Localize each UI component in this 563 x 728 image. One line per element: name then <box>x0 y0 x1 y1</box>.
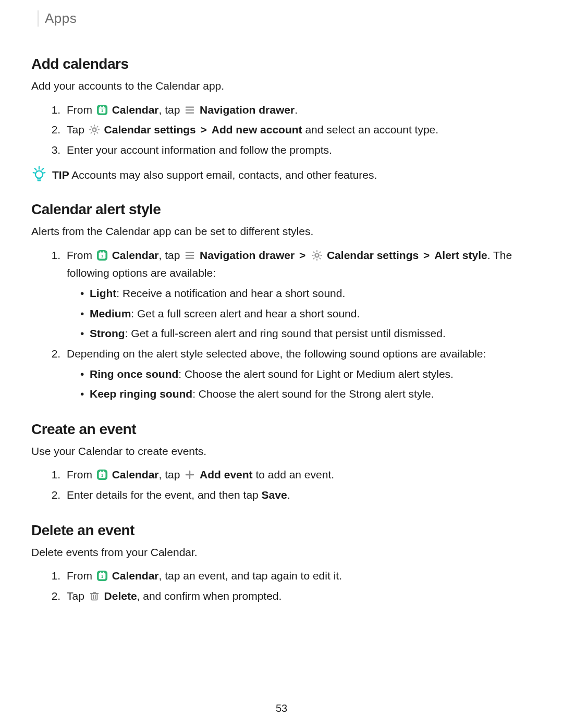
text: Tap <box>67 590 88 602</box>
text: From <box>67 468 95 480</box>
text: Strong <box>90 327 125 339</box>
alert-style-options: Light: Receive a notification and hear a… <box>67 285 532 343</box>
steps-add-calendars: From 1 Calendar, tap Navigation drawer. … <box>31 101 532 159</box>
svg-rect-30 <box>186 252 194 253</box>
svg-rect-40 <box>313 251 315 253</box>
svg-line-23 <box>35 168 36 170</box>
sound-options: Ring once sound: Choose the alert sound … <box>67 365 532 403</box>
heading-add-calendars: Add calendars <box>31 56 532 72</box>
text: . <box>287 489 290 501</box>
list-item: Ring once sound: Choose the alert sound … <box>80 365 532 384</box>
text: Calendar <box>112 468 159 480</box>
list-item: From 1 Calendar, tap Navigation drawer >… <box>64 246 532 343</box>
svg-rect-11 <box>94 133 95 135</box>
tip-block: TIP Accounts may also support email, con… <box>31 167 532 184</box>
heading-delete-event: Delete an event <box>31 522 532 539</box>
calendar-icon: 1 <box>96 104 108 116</box>
text: Navigation drawer <box>200 104 295 116</box>
svg-rect-28 <box>103 251 104 253</box>
intro-create-event: Use your Calendar to create events. <box>31 443 532 460</box>
intro-add-calendars: Add your accounts to the Calendar app. <box>31 78 532 95</box>
text: Alert style <box>434 249 487 261</box>
text: Tap <box>67 124 88 135</box>
svg-rect-8 <box>186 112 194 113</box>
svg-rect-38 <box>319 251 321 253</box>
svg-rect-15 <box>90 132 92 134</box>
svg-rect-4 <box>103 106 104 108</box>
svg-rect-49 <box>186 474 194 475</box>
text: From <box>67 104 95 116</box>
text: : Get a full screen alert and hear a sho… <box>131 307 360 319</box>
svg-text:1: 1 <box>101 108 103 113</box>
list-item: Strong: Get a full-screen alert and ring… <box>80 325 532 343</box>
text: to add an event. <box>253 468 334 480</box>
svg-text:1: 1 <box>101 574 103 579</box>
svg-rect-10 <box>94 125 95 127</box>
list-item: Enter details for the event, and then ta… <box>64 486 532 504</box>
text: Calendar <box>112 104 159 116</box>
text: Keep ringing sound <box>90 388 192 400</box>
text: , tap an event, and tap again to edit it… <box>159 570 342 582</box>
breadcrumb: Apps <box>38 10 532 27</box>
list-item: Medium: Get a full screen alert and hear… <box>80 305 532 323</box>
calendar-icon: 1 <box>96 469 108 480</box>
gear-icon <box>89 124 100 135</box>
svg-rect-45 <box>100 471 101 473</box>
document-page: Apps Add calendars Add your accounts to … <box>0 0 563 728</box>
text: Accounts may also support email, contact… <box>69 169 377 181</box>
text: and select an account type. <box>302 124 439 135</box>
chevron-icon: > <box>423 249 430 261</box>
svg-rect-34 <box>316 250 317 252</box>
svg-text:1: 1 <box>101 474 103 478</box>
svg-rect-46 <box>103 471 104 473</box>
lightbulb-tip-icon <box>31 166 47 182</box>
svg-rect-36 <box>312 255 314 256</box>
trash-icon <box>89 590 100 602</box>
text: Calendar settings <box>104 124 196 135</box>
list-item: From 1 Calendar, tap Add event to add an… <box>64 466 532 484</box>
text: . <box>295 104 298 116</box>
text: , and confirm when prompted. <box>137 590 282 602</box>
list-item: Tap Delete, and confirm when prompted. <box>64 587 532 606</box>
svg-rect-14 <box>96 126 99 128</box>
text: Save <box>262 489 287 501</box>
text: : Get a full-screen alert and ring sound… <box>125 327 446 339</box>
gear-icon <box>311 250 323 261</box>
text: : Choose the alert sound for the Strong … <box>192 388 434 400</box>
text: Navigation drawer <box>200 249 295 261</box>
svg-text:1: 1 <box>101 254 103 258</box>
heading-calendar-alert-style: Calendar alert style <box>31 201 532 218</box>
chevron-icon: > <box>299 249 305 261</box>
list-item: Depending on the alert style selected ab… <box>64 345 532 403</box>
text: : Receive a notification and hear a shor… <box>116 287 345 299</box>
svg-rect-52 <box>100 572 101 574</box>
navigation-drawer-icon <box>184 250 195 261</box>
svg-rect-7 <box>186 109 194 110</box>
svg-point-42 <box>316 254 318 256</box>
svg-rect-16 <box>90 126 92 128</box>
text: Ring once sound <box>90 368 178 380</box>
svg-rect-17 <box>96 132 99 134</box>
text: Light <box>90 287 116 299</box>
calendar-icon: 1 <box>96 570 108 582</box>
svg-rect-37 <box>321 255 323 256</box>
text: Medium <box>90 307 131 319</box>
text: , tap <box>159 249 183 261</box>
svg-rect-12 <box>89 129 91 130</box>
text: From <box>67 249 95 261</box>
svg-rect-39 <box>313 257 315 260</box>
svg-line-22 <box>43 172 45 173</box>
steps-create-event: From 1 Calendar, tap Add event to add an… <box>31 466 532 504</box>
text: From <box>67 570 95 582</box>
svg-rect-3 <box>100 106 101 108</box>
svg-point-19 <box>35 171 43 178</box>
steps-calendar-alert-style: From 1 Calendar, tap Navigation drawer >… <box>31 246 532 403</box>
text: Calendar settings <box>327 249 419 261</box>
text: Add new account <box>212 124 302 135</box>
svg-rect-6 <box>186 106 194 107</box>
plus-icon <box>184 469 195 480</box>
calendar-icon: 1 <box>96 250 108 261</box>
chevron-icon: > <box>201 124 207 135</box>
text: , tap <box>159 104 183 116</box>
svg-rect-27 <box>100 251 101 253</box>
